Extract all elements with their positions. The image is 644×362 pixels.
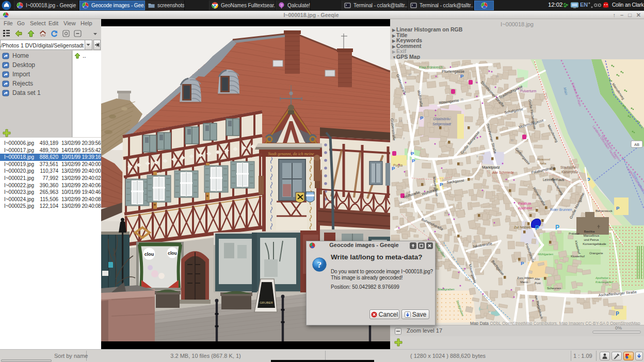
svg-text:6: 6 <box>445 211 446 215</box>
svg-text:P: P <box>535 224 539 232</box>
svg-text:?: ? <box>317 259 322 270</box>
svg-text:Italia: Italia <box>540 162 546 165</box>
svg-text:37: 37 <box>408 73 411 76</box>
svg-text:?: ? <box>280 3 283 8</box>
svg-text:P: P <box>412 158 415 163</box>
svg-text:P: P <box>555 224 559 231</box>
svg-text:P: P <box>420 115 424 121</box>
svg-text:Prälatur: Prälatur <box>569 232 579 235</box>
svg-text:32: 32 <box>520 88 523 91</box>
svg-text:31: 31 <box>441 252 444 255</box>
svg-text:9: 9 <box>476 155 478 158</box>
svg-text:P: P <box>440 182 443 187</box>
svg-text:P: P <box>411 151 414 156</box>
svg-text:Apotheke: Apotheke <box>518 206 533 210</box>
svg-text:Mann: Mann <box>520 281 528 284</box>
svg-text:33: 33 <box>428 237 431 240</box>
svg-text:17: 17 <box>501 96 504 99</box>
svg-text:9: 9 <box>433 187 435 190</box>
svg-text:16: 16 <box>495 75 498 78</box>
svg-text:Alte: Alte <box>535 277 540 281</box>
svg-text:8: 8 <box>409 190 410 193</box>
svg-text:Mühlgarten: Mühlgarten <box>538 253 554 256</box>
svg-text:35: 35 <box>524 226 527 229</box>
svg-text:Apotheker i: Apotheker i <box>595 276 610 279</box>
svg-text:Marktplatz: Marktplatz <box>482 165 500 170</box>
svg-text:Post: Post <box>535 282 541 285</box>
svg-text:Zum Wilden: Zum Wilden <box>517 276 534 279</box>
svg-text:Bienenstock: Bienenstock <box>595 209 613 212</box>
svg-text:Marcellinus: Marcellinus <box>584 234 599 237</box>
svg-text:P: P <box>616 311 619 317</box>
svg-text:und Petrus: und Petrus <box>584 238 599 241</box>
svg-text:15: 15 <box>405 192 408 195</box>
svg-text:Kräutergarten: Kräutergarten <box>595 281 613 284</box>
svg-text:12: 12 <box>399 201 402 204</box>
svg-text:Map Data ODbL OpenStreetMap Co: Map Data ODbL OpenStreetMap Contributors… <box>470 321 640 325</box>
svg-text:Alte Schmiede: Alte Schmiede <box>492 171 514 174</box>
svg-text:Zur Neewe: Zur Neewe <box>514 225 530 229</box>
svg-text:35: 35 <box>460 98 463 101</box>
svg-text:Roter Brunnen: Roter Brunnen <box>550 208 572 211</box>
svg-text:Basilika: Basilika <box>584 230 595 233</box>
svg-text:Glaabsbräu: Glaabsbräu <box>433 117 450 121</box>
svg-text:Klosterhof: Klosterhof <box>571 255 585 258</box>
svg-text:13: 13 <box>399 119 402 122</box>
svg-text:34: 34 <box>537 157 540 160</box>
svg-text:5: 5 <box>453 251 454 254</box>
svg-text:7: 7 <box>437 120 438 123</box>
svg-text:7: 7 <box>403 137 405 140</box>
svg-text:11: 11 <box>447 211 450 215</box>
svg-text:30: 30 <box>510 139 513 142</box>
svg-text:P: P <box>521 260 524 266</box>
svg-text:26: 26 <box>472 240 475 243</box>
svg-text:clou: clou <box>168 251 176 256</box>
svg-text:33: 33 <box>459 69 462 72</box>
svg-text:AB: AB <box>634 142 639 147</box>
svg-text:Scheunen: Scheunen <box>547 287 561 290</box>
svg-text:Palatium: Palatium <box>518 202 531 205</box>
svg-text:Puglia: Puglia <box>393 163 403 168</box>
svg-text:Orangerie: Orangerie <box>589 252 603 255</box>
svg-text:GRUBER: GRUBER <box>260 301 273 304</box>
svg-text:Klaa Fränkreich: Klaa Fränkreich <box>419 65 443 69</box>
svg-text:clou: clou <box>144 252 154 257</box>
svg-text:P: P <box>460 73 464 79</box>
svg-text:Konventgebäude: Konventgebäude <box>583 242 606 245</box>
svg-text:Leinreiterhaus: Leinreiterhaus <box>543 178 565 182</box>
svg-text:6: 6 <box>423 229 425 233</box>
svg-text:Kaiserpfälz: Kaiserpfälz <box>561 170 578 174</box>
svg-text:Stadtgraben: Stadtgraben <box>438 288 455 291</box>
svg-text:Stadt genannt, da ich meine: Stadt genannt, da ich meine <box>268 152 314 156</box>
svg-text:P: P <box>616 205 620 211</box>
svg-text:1: 1 <box>465 263 467 266</box>
svg-text:Seligenstadt: Seligenstadt <box>432 122 452 126</box>
svg-text:Map Data: Map Data <box>470 321 489 325</box>
svg-text:Staufische: Staufische <box>560 166 576 169</box>
